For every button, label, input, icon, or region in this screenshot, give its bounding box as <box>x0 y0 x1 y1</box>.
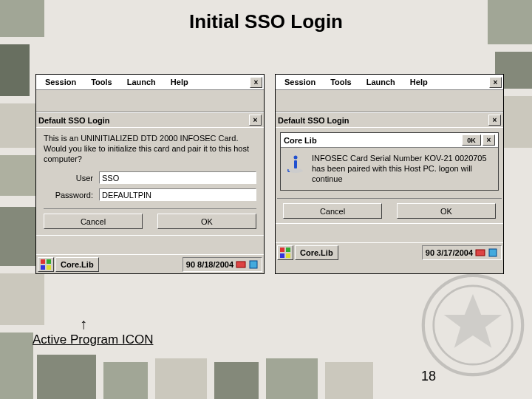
menu-session[interactable]: Session <box>38 75 83 89</box>
corelib-title: Core Lib <box>284 136 317 145</box>
svg-marker-19 <box>444 294 502 348</box>
menu-tools[interactable]: Tools <box>323 75 359 89</box>
svg-rect-7 <box>0 332 33 399</box>
svg-rect-27 <box>294 160 297 168</box>
svg-rect-22 <box>41 265 45 270</box>
tray-icon[interactable] <box>475 248 485 258</box>
svg-rect-30 <box>286 248 290 252</box>
menu-help[interactable]: Help <box>163 75 196 89</box>
close-icon[interactable]: × <box>489 77 502 88</box>
svg-rect-21 <box>47 259 51 264</box>
start-button[interactable] <box>277 245 293 260</box>
svg-rect-32 <box>286 253 290 258</box>
svg-rect-3 <box>0 103 41 148</box>
user-label: User <box>44 174 99 183</box>
corelib-message: INFOSEC Card Serial Number KOV-21 002070… <box>312 154 494 184</box>
svg-point-26 <box>288 168 303 173</box>
menu-tools[interactable]: Tools <box>83 75 120 89</box>
dialog-message: This is an UNINITIALIZED DTD 2000 INFOSE… <box>44 134 256 164</box>
menubar-left: Session Tools Launch Help × <box>36 75 264 90</box>
toolbar-gap <box>36 90 264 112</box>
toolbar-gap <box>276 90 503 112</box>
info-icon <box>285 154 306 174</box>
svg-rect-33 <box>476 250 485 256</box>
dialog-title: Default SSO Login <box>38 116 110 125</box>
slide-title: Initial SSO Login <box>0 10 532 33</box>
dialog-body-left: This is an UNINITIALIZED DTD 2000 INFOSE… <box>36 127 264 235</box>
taskbar-app-corelib[interactable]: Core.Lib <box>295 245 338 260</box>
svg-rect-14 <box>214 362 259 399</box>
seal-watermark <box>421 273 525 377</box>
svg-point-28 <box>294 156 298 160</box>
menu-launch[interactable]: Launch <box>359 75 403 89</box>
ok-button[interactable]: OK <box>157 214 256 229</box>
tray-icon[interactable] <box>236 259 246 270</box>
close-icon[interactable]: × <box>488 115 501 126</box>
svg-rect-16 <box>325 362 373 399</box>
svg-rect-4 <box>0 155 35 196</box>
svg-rect-11 <box>37 355 96 399</box>
left-window: Session Tools Launch Help × Default SSO … <box>35 74 265 274</box>
svg-rect-34 <box>489 249 497 256</box>
cancel-button[interactable]: Cancel <box>283 203 382 219</box>
svg-rect-24 <box>236 262 245 267</box>
password-label: Password: <box>44 191 99 200</box>
tray-number: 90 <box>426 248 434 257</box>
tray-icon[interactable] <box>488 248 498 258</box>
tray-icon[interactable] <box>248 259 259 270</box>
taskbar-right: Core.Lib 90 3/17/2004 <box>276 242 503 262</box>
close-icon[interactable]: × <box>249 115 262 126</box>
tray-date: 3/17/2004 <box>437 248 473 257</box>
svg-rect-6 <box>0 273 44 325</box>
tray-date: 8/18/2004 <box>197 260 233 269</box>
dialog-titlebar-right: Default SSO Login × <box>276 112 503 127</box>
annotation-label: Active Program ICON <box>33 332 153 347</box>
taskbar-left: Core.Lib 90 8/18/2004 <box>36 254 264 273</box>
svg-rect-31 <box>280 253 284 258</box>
svg-rect-23 <box>47 265 51 270</box>
corelib-titlebar: Core Lib 0K × <box>281 133 498 148</box>
system-tray-right: 90 3/17/2004 <box>422 245 502 260</box>
menu-session[interactable]: Session <box>277 75 323 89</box>
menu-help[interactable]: Help <box>403 75 435 89</box>
svg-rect-25 <box>250 261 257 268</box>
page-number: 18 <box>421 369 436 384</box>
dialog-title: Default SSO Login <box>278 116 349 125</box>
tray-number: 90 <box>186 260 195 269</box>
svg-rect-29 <box>280 248 284 252</box>
svg-rect-12 <box>103 362 148 399</box>
ok-button-small[interactable]: 0K <box>462 134 481 146</box>
taskbar-app-corelib[interactable]: Core.Lib <box>55 257 99 272</box>
svg-rect-5 <box>0 207 37 266</box>
system-tray-left: 90 8/18/2004 <box>183 257 262 272</box>
spacer <box>36 235 264 254</box>
close-icon[interactable]: × <box>250 77 262 88</box>
user-input[interactable] <box>99 171 256 184</box>
svg-rect-20 <box>41 259 45 264</box>
menubar-right: Session Tools Launch Help × <box>276 75 503 90</box>
svg-rect-2 <box>0 44 30 96</box>
svg-rect-15 <box>266 358 318 399</box>
spacer <box>276 223 503 242</box>
close-icon[interactable]: × <box>482 134 495 146</box>
corelib-dialog: Core Lib 0K × INFOSEC Card Serial Number… <box>280 132 499 191</box>
ok-button[interactable]: OK <box>397 203 496 219</box>
svg-rect-13 <box>155 358 207 399</box>
start-button[interactable] <box>38 257 54 272</box>
cancel-button[interactable]: Cancel <box>44 214 143 229</box>
menu-launch[interactable]: Launch <box>120 75 163 89</box>
arrow-up-icon: ↑ <box>80 316 87 331</box>
password-input[interactable] <box>99 188 256 201</box>
right-window: Session Tools Launch Help × Default SSO … <box>275 74 504 274</box>
dialog-titlebar-left: Default SSO Login × <box>36 112 264 127</box>
